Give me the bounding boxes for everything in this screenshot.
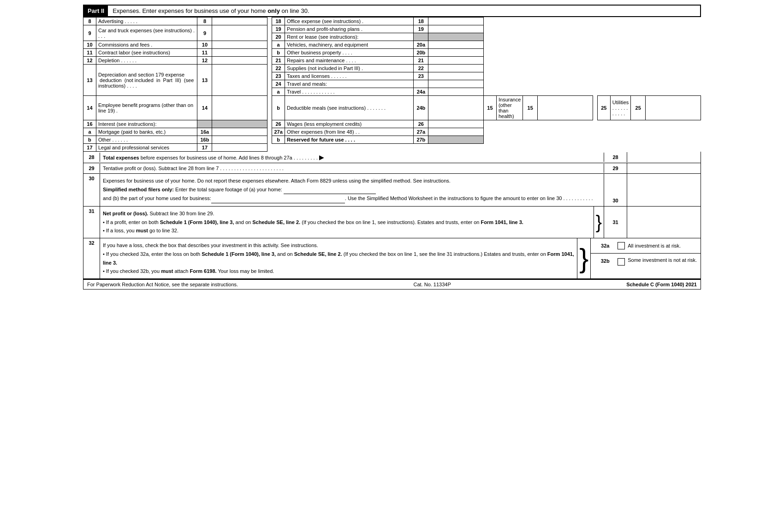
label-11: Contract labor (see instructions) [96,49,197,57]
box-12: 12 [197,57,212,65]
footer-bar: For Paperwork Reduction Act Notice, see … [83,279,701,290]
box-16 [197,120,212,128]
part-label: Part II [84,6,108,16]
line-num-24: 24 [272,80,285,88]
label-32a: All investment is at risk. [628,243,681,248]
box-24b: 24b [414,96,428,120]
line-num-26: 26 [272,120,285,128]
box-22: 22 [414,65,428,72]
box-31: 31 [604,207,627,238]
input-20b[interactable] [428,49,484,57]
line-num-16: 16 [83,120,96,128]
label-10: Commissions and fees . [96,41,197,49]
line-num-23: 23 [272,72,285,80]
input-29[interactable] [627,163,701,173]
input-25[interactable] [646,96,701,120]
input-22[interactable] [428,65,484,72]
box-16a: 16a [197,128,212,136]
label-9: Car and truck expenses (see instructions… [96,25,197,41]
label-32: If you have a loss, check the box that d… [100,238,577,278]
input-20 [428,33,484,41]
label-29: Tentative profit or (loss). Subtract lin… [100,164,604,173]
line-num-29: 29 [83,164,100,173]
line-num-19: 19 [272,25,285,33]
table-row: a Mortgage (paid to banks, etc.) 16a 27a… [83,128,701,136]
box-29: 29 [604,164,627,173]
input-28[interactable] [627,152,701,162]
label-18: Office expense (see instructions) . [285,18,414,25]
brace-32: } [577,238,590,278]
line-num-8: 8 [83,18,96,25]
line-num-30: 30 [83,174,100,206]
checkbox-32b[interactable] [618,258,625,266]
part-title: Expenses. Enter expenses for business us… [108,6,314,16]
input-8[interactable] [212,18,267,25]
box-label-32a: 32a [594,243,618,248]
input-31[interactable] [627,207,701,238]
box-21: 21 [414,57,428,65]
box-14: 14 [197,96,212,120]
input-24a[interactable] [428,88,484,96]
table-row: 17 Legal and professional services 17 [83,144,701,152]
input-17[interactable] [212,144,267,152]
box-23: 23 [414,72,428,80]
label-20: Rent or lease (see instructions): [285,33,414,41]
table-row: 11 Contract labor (see instructions) 11 … [83,49,701,57]
line-num-32: 32 [83,238,100,278]
line-num-18: 18 [272,18,285,25]
input-19[interactable] [428,25,484,33]
line-num-16b: b [83,136,96,144]
input-11[interactable] [212,49,267,57]
box-13: 13 [197,65,212,96]
expenses-table: 8 Advertising . . . . . 8 18 Office expe… [83,17,701,152]
footer-cat: Cat. No. 11334P [413,282,451,287]
label-23: Taxes and licenses . . . . . . [285,72,414,80]
input-30[interactable] [627,174,701,206]
input-23[interactable] [428,72,484,80]
label-32b: Some investment is not at risk. [628,257,697,263]
input-20a[interactable] [428,41,484,49]
label-27a: Other expenses (from line 48) . . [285,128,414,136]
line-num-25: 25 [597,96,610,120]
input-12[interactable] [212,57,267,65]
input-10[interactable] [212,41,267,49]
line-num-21: 21 [272,57,285,65]
label-31: Net profit or (loss). Subtract line 30 f… [100,207,594,238]
box-17: 17 [197,144,212,152]
input-16a[interactable] [212,128,267,136]
line-num-16a: a [83,128,96,136]
input-24 [428,80,484,88]
input-24b[interactable] [428,96,484,120]
input-27a[interactable] [428,128,484,136]
box-18: 18 [414,18,428,25]
input-16b[interactable] [212,136,267,144]
line-num-22: 22 [272,65,285,72]
box-20a: 20a [414,41,428,49]
label-16: Interest (see instructions): [96,120,197,128]
label-26: Wages (less employment credits) [285,120,414,128]
line-num-24b: b [272,96,285,120]
box-30: 30 [604,174,627,206]
brace-31: } [594,207,604,238]
label-16a: Mortgage (paid to banks, etc.) [96,128,197,136]
box-8: 8 [197,18,212,25]
checkbox-32a-row: 32a All investment is at risk. [591,238,701,254]
label-22: Supplies (not included in Part III) . [285,65,414,72]
line-num-9: 9 [83,25,96,41]
checkbox-32a[interactable] [618,242,625,249]
label-30: Expenses for business use of your home. … [100,174,604,206]
checkbox-32b-row: 32b Some investment is not at risk. [591,254,701,269]
box-20b: 20b [414,49,428,57]
input-14[interactable] [212,96,267,120]
box-24 [414,80,428,88]
input-13[interactable] [212,65,267,96]
footer-right: Schedule C (Form 1040) 2021 [626,282,697,287]
input-26[interactable] [428,120,484,128]
table-row: 10 Commissions and fees . 10 a Vehicles,… [83,41,701,49]
input-15[interactable] [538,96,593,120]
table-row: 16 Interest (see instructions): 26 Wages… [83,120,701,128]
input-9[interactable] [212,25,267,41]
input-18[interactable] [428,18,484,25]
input-21[interactable] [428,57,484,65]
label-8: Advertising . . . . . [96,18,197,25]
